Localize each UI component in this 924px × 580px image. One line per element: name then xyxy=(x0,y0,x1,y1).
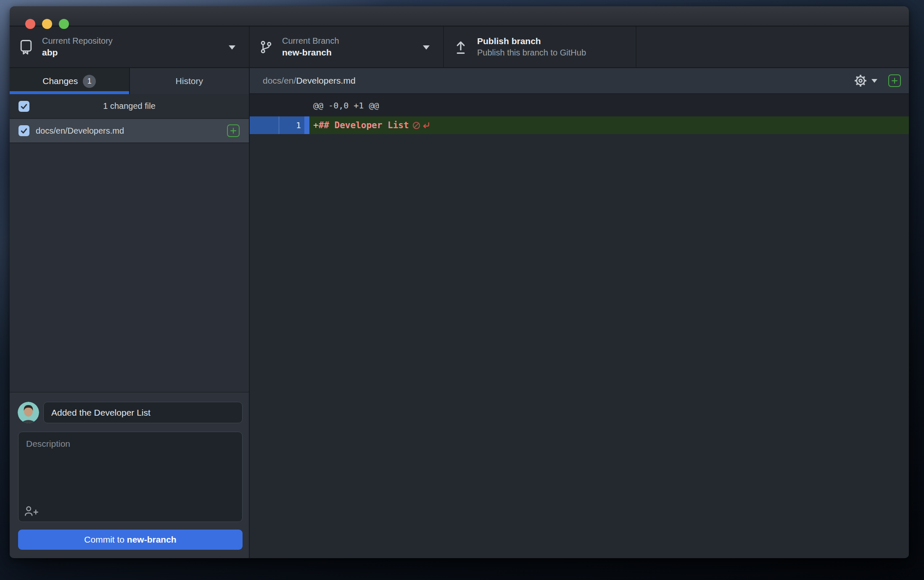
changed-files-header: 1 changed file xyxy=(10,94,249,119)
diff-pane: docs/en/Developers.md xyxy=(250,68,909,558)
new-line-number-cell[interactable]: 1 xyxy=(280,116,304,134)
github-desktop-window: Current Repository abp Current Branch ne… xyxy=(10,6,909,558)
chevron-down-icon xyxy=(423,45,430,50)
added-file-icon[interactable] xyxy=(227,124,240,137)
current-branch-value: new-branch xyxy=(282,47,339,58)
diff-file-path: docs/en/Developers.md xyxy=(263,76,853,86)
return-arrow-icon xyxy=(422,121,430,130)
toolbar-spacer xyxy=(636,26,909,67)
old-line-number-cell[interactable] xyxy=(250,116,278,134)
sidebar: Changes 1 History 1 changed file docs/ xyxy=(10,68,250,558)
title-bar xyxy=(10,6,909,26)
publish-branch-button[interactable]: Publish branch Publish this branch to Gi… xyxy=(444,26,636,67)
commit-area: Commit to new-branch xyxy=(10,392,249,558)
tab-changes[interactable]: Changes 1 xyxy=(10,68,129,94)
gear-icon xyxy=(853,74,868,88)
diff-options-button[interactable] xyxy=(853,74,877,88)
added-line-content: +## Developer List xyxy=(309,120,430,130)
repo-icon xyxy=(20,40,32,55)
user-avatar xyxy=(18,402,39,423)
hunk-header-text: @@ -0,0 +1 @@ xyxy=(250,100,379,111)
file-row[interactable]: docs/en/Developers.md xyxy=(10,119,249,143)
diff-file-name: Developers.md xyxy=(296,76,355,85)
file-path: docs/en/Developers.md xyxy=(36,126,227,136)
commit-button[interactable]: Commit to new-branch xyxy=(18,530,243,550)
expand-diff-button[interactable] xyxy=(888,74,901,87)
branch-icon xyxy=(260,40,272,54)
changed-files-count: 1 changed file xyxy=(10,101,249,111)
publish-branch-title: Publish branch xyxy=(477,36,586,47)
sidebar-tabs: Changes 1 History xyxy=(10,68,249,94)
add-coauthor-icon[interactable] xyxy=(24,505,39,517)
upload-icon xyxy=(454,40,467,54)
diff-plus-sign: + xyxy=(313,120,319,130)
diff-empty-area xyxy=(250,134,909,558)
toolbar: Current Repository abp Current Branch ne… xyxy=(10,26,909,68)
diff-file-header: docs/en/Developers.md xyxy=(250,68,909,94)
added-line-text: ## Developer List xyxy=(319,120,409,130)
active-tab-indicator xyxy=(10,91,129,94)
file-list-empty-area xyxy=(10,143,249,392)
chevron-down-icon xyxy=(229,45,235,50)
current-repository-value: abp xyxy=(42,47,113,58)
diff-added-line[interactable]: 1 +## Developer List xyxy=(250,116,909,134)
changes-count-badge: 1 xyxy=(83,75,96,88)
current-branch-label: Current Branch xyxy=(282,36,339,46)
tab-history[interactable]: History xyxy=(129,68,249,94)
select-all-checkbox[interactable] xyxy=(18,101,29,112)
hunk-header-row: @@ -0,0 +1 @@ xyxy=(250,94,909,116)
current-repository-selector[interactable]: Current Repository abp xyxy=(10,26,250,67)
chevron-down-icon xyxy=(871,79,877,83)
commit-summary-input[interactable] xyxy=(43,402,243,423)
publish-branch-subtitle: Publish this branch to GitHub xyxy=(477,47,586,58)
diff-file-dir: docs/en/ xyxy=(263,76,296,85)
commit-description-box xyxy=(18,432,243,522)
commit-description-input[interactable] xyxy=(18,432,242,499)
current-branch-selector[interactable]: Current Branch new-branch xyxy=(250,26,444,67)
tab-changes-label: Changes xyxy=(42,76,78,86)
file-checkbox[interactable] xyxy=(18,125,29,136)
no-newline-icon xyxy=(412,121,421,130)
current-repository-label: Current Repository xyxy=(42,36,113,46)
tab-history-label: History xyxy=(176,76,203,86)
gutter-selected-strip xyxy=(304,116,309,134)
